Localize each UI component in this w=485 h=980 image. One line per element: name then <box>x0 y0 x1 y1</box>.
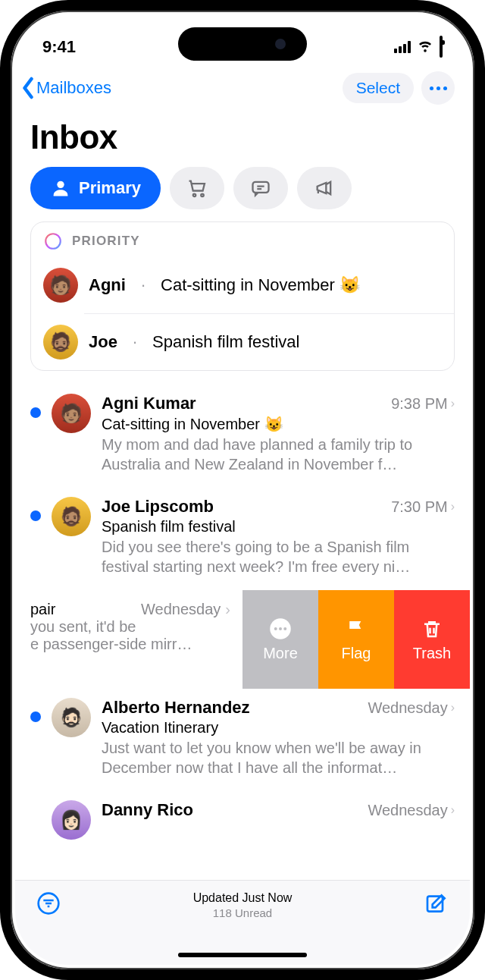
compose-button[interactable] <box>424 891 449 919</box>
cell-signal-icon <box>394 41 411 53</box>
intelligence-icon <box>43 231 63 251</box>
chevron-right-icon: › <box>451 397 455 410</box>
cart-icon <box>186 177 208 199</box>
category-promotions[interactable] <box>297 167 352 209</box>
bottom-toolbar: Updated Just Now 118 Unread <box>15 880 470 965</box>
unread-indicator <box>30 711 41 722</box>
category-primary-label: Primary <box>79 178 141 198</box>
message-time: Wednesday <box>368 802 447 819</box>
message-subject: Vacation Itinerary <box>102 719 455 737</box>
message-preview: My mom and dad have planned a family tri… <box>102 435 455 474</box>
swipe-trash-button[interactable]: Trash <box>394 590 470 689</box>
svg-point-7 <box>279 627 282 630</box>
message-preview: Did you see there's going to be a Spanis… <box>102 537 455 576</box>
svg-point-6 <box>274 627 277 630</box>
person-icon <box>50 177 71 199</box>
message-row[interactable]: 👩🏻 Danny Rico Wednesday › <box>15 791 470 885</box>
avatar: 🧑🏽 <box>52 394 91 433</box>
trash-icon <box>421 617 443 640</box>
message-sender: Danny Rico <box>102 800 368 820</box>
priority-item[interactable]: 🧑🏽 Agni · Cat-sitting in November 😺 <box>31 257 454 313</box>
svg-point-2 <box>201 194 204 197</box>
toolbar-unread-count: 118 Unread <box>193 906 293 919</box>
svg-point-8 <box>283 627 286 630</box>
compose-icon <box>424 891 449 916</box>
wifi-icon <box>417 36 433 58</box>
more-menu-button[interactable] <box>421 71 455 105</box>
message-list: 🧑🏽 Agni Kumar 9:38 PM › Cat-sitting in N… <box>15 385 470 885</box>
category-transactions[interactable] <box>170 167 224 209</box>
chat-icon <box>250 177 271 199</box>
home-indicator[interactable] <box>178 953 307 957</box>
swipe-flag-button[interactable]: Flag <box>318 590 394 689</box>
priority-header-label: PRIORITY <box>72 234 140 249</box>
message-row-swiped[interactable]: Wednesday › pair you sent, it'd be e pas… <box>15 590 470 689</box>
chevron-right-icon: › <box>451 500 455 514</box>
message-time: Wednesday <box>368 699 447 717</box>
message-subject: Cat-sitting in November 😺 <box>102 415 455 433</box>
swipe-more-label: More <box>263 645 298 662</box>
message-sender: Alberto Hernandez <box>102 698 368 718</box>
toolbar-status: Updated Just Now <box>193 891 293 905</box>
priority-subject: Spanish film festival <box>152 332 299 352</box>
priority-sender: Joe <box>89 332 117 352</box>
message-row[interactable]: 🧔🏻 Alberto Hernandez Wednesday › Vacatio… <box>15 689 470 791</box>
message-row[interactable]: 🧔🏽 Joe Lipscomb 7:30 PM › Spanish film f… <box>15 488 470 590</box>
message-sender: Joe Lipscomb <box>102 497 391 517</box>
back-button[interactable]: Mailboxes <box>20 77 111 99</box>
status-time: 9:41 <box>42 37 76 57</box>
message-time: Wednesday <box>141 601 221 618</box>
message-row[interactable]: 🧑🏽 Agni Kumar 9:38 PM › Cat-sitting in N… <box>15 385 470 488</box>
priority-card: PRIORITY 🧑🏽 Agni · Cat-sitting in Novemb… <box>30 221 455 371</box>
battery-icon <box>440 37 443 57</box>
priority-subject: Cat-sitting in November 😺 <box>161 275 360 295</box>
message-preview: Just want to let you know when we'll be … <box>102 738 455 777</box>
avatar: 🧔🏻 <box>52 698 91 737</box>
select-button[interactable]: Select <box>343 73 414 103</box>
message-time: 9:38 PM <box>391 395 447 413</box>
category-tabs: Primary <box>15 167 470 221</box>
chevron-right-icon: › <box>451 701 455 715</box>
filter-button[interactable] <box>36 891 61 919</box>
svg-point-0 <box>57 181 64 188</box>
unread-indicator <box>30 510 41 521</box>
ellipsis-icon <box>430 86 447 90</box>
page-title: Inbox <box>15 109 470 167</box>
swipe-more-button[interactable]: More <box>242 590 318 689</box>
swipe-trash-label: Trash <box>413 645 451 662</box>
chevron-right-icon: › <box>225 601 230 618</box>
message-preview: you sent, it'd be e passenger-side mirr… <box>30 618 242 653</box>
message-sender: Agni Kumar <box>102 394 391 413</box>
priority-sender: Agni <box>89 275 126 295</box>
priority-item[interactable]: 🧔🏽 Joe · Spanish film festival <box>84 313 454 370</box>
category-primary[interactable]: Primary <box>30 167 161 209</box>
filter-icon <box>36 891 61 916</box>
ellipsis-circle-icon <box>269 617 292 640</box>
avatar: 🧑🏽 <box>43 268 78 303</box>
category-updates[interactable] <box>233 167 288 209</box>
back-label: Mailboxes <box>36 78 111 98</box>
avatar: 🧔🏽 <box>52 497 91 536</box>
flag-icon <box>345 617 368 640</box>
swipe-flag-label: Flag <box>342 645 371 662</box>
message-time: 7:30 PM <box>391 498 447 516</box>
avatar: 🧔🏽 <box>43 325 78 360</box>
svg-point-1 <box>193 194 196 197</box>
chevron-right-icon: › <box>451 803 455 817</box>
megaphone-icon <box>314 177 335 199</box>
avatar: 👩🏻 <box>52 800 91 840</box>
message-subject: Spanish film festival <box>102 518 455 536</box>
navbar: Mailboxes Select <box>15 61 470 109</box>
svg-point-4 <box>45 234 61 249</box>
unread-indicator <box>30 407 41 418</box>
